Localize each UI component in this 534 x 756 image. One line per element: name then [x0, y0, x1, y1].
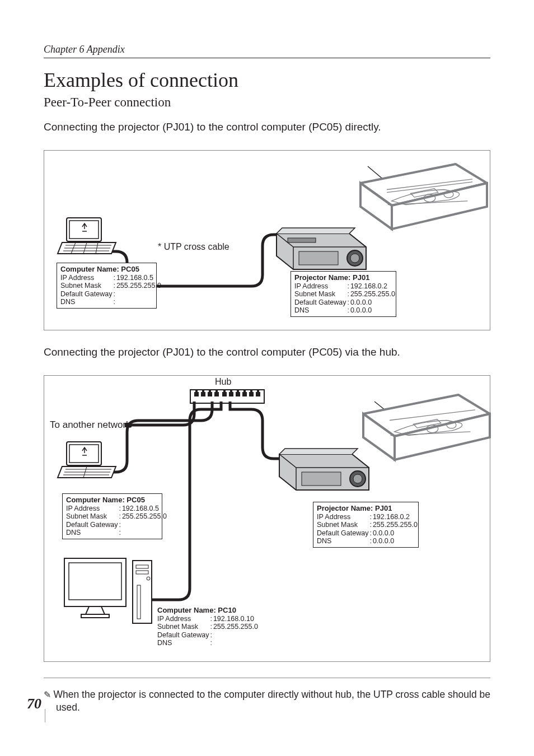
svg-rect-21 [69, 445, 99, 463]
svg-rect-35 [81, 614, 109, 618]
page-subtitle: Peer-To-Peer connection [44, 95, 490, 110]
projector-icon-2 [268, 432, 363, 501]
infobox-pj01: Projector Name: PJ01 IP Address:192.168.… [291, 271, 396, 317]
figure-peer-to-peer: * UTP cross cable Computer Name: PC05 IP… [44, 150, 490, 330]
svg-rect-37 [136, 565, 148, 568]
projection-screen-icon-2 [358, 391, 475, 466]
svg-rect-12 [288, 238, 316, 242]
chapter-header: Chapter 6 Appendix [44, 44, 490, 58]
figure-via-hub: Hub To another network [44, 375, 490, 662]
laptop-icon [55, 217, 123, 256]
page-number: 70 [27, 696, 41, 712]
footnote-rule [44, 678, 490, 678]
to-network-label: To another network [50, 419, 131, 431]
desktop-icon [61, 555, 162, 636]
svg-rect-40 [137, 585, 140, 619]
svg-point-10 [350, 254, 359, 263]
intro-text-1: Connecting the projector (PJ01) to the c… [44, 121, 490, 133]
svg-rect-2 [69, 221, 99, 239]
svg-rect-36 [133, 561, 152, 623]
pc05-title: Computer Name: PC05 [60, 265, 153, 274]
svg-rect-38 [136, 571, 148, 574]
svg-rect-34 [69, 563, 121, 600]
footnote: ✎ When the projector is connected to the… [44, 688, 490, 715]
infobox-pc10: Computer Name: PC10 IP Address:192.168.0… [154, 604, 261, 649]
infobox-pc05: Computer Name: PC05 IP Address:192.168.0… [57, 263, 157, 309]
pencil-icon: ✎ [44, 690, 54, 699]
projector-icon [265, 211, 360, 281]
page-tick [45, 709, 45, 722]
laptop-icon-2 [55, 441, 123, 480]
page-title: Examples of connection [44, 68, 490, 92]
pj01-title: Projector Name: PJ01 [294, 274, 392, 282]
projection-screen-icon [355, 161, 472, 236]
svg-point-39 [147, 577, 150, 580]
infobox-pc05-2: Computer Name: PC05 IP Address:192.168.0… [62, 493, 162, 539]
svg-rect-28 [302, 472, 341, 486]
infobox-pj01-2: Projector Name: PJ01 IP Address:192.168.… [313, 502, 419, 548]
svg-point-27 [353, 474, 362, 483]
cable-label: * UTP cross cable [158, 242, 229, 252]
intro-text-2: Connecting the projector (PJ01) to the c… [44, 346, 490, 358]
svg-rect-11 [299, 251, 338, 265]
